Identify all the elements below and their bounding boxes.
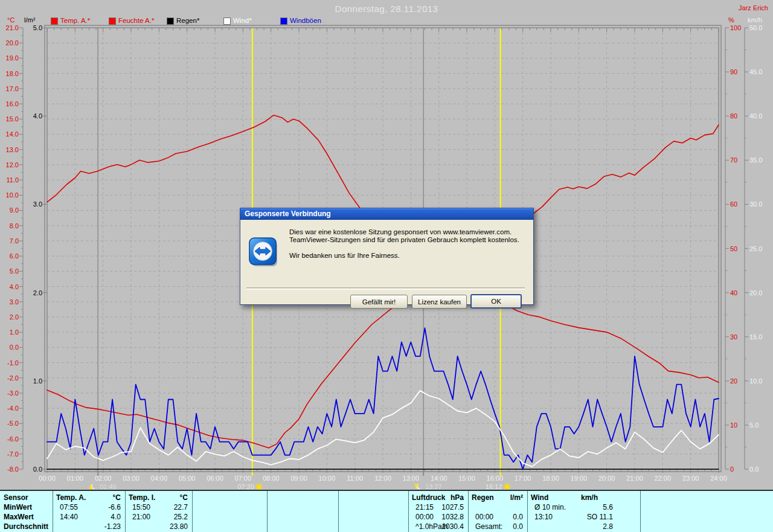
time-tick-label: 19:00 [571, 475, 588, 482]
sun-icon [508, 484, 510, 486]
time-tick-label: 11:00 [347, 475, 363, 482]
time-tick-label: 00:00 [39, 475, 56, 482]
time-tick-label: 23:00 [682, 475, 699, 482]
time-tick-label: 17:00 [515, 475, 531, 482]
temp-tick-label: -8.0 [7, 466, 19, 473]
legend-swatch [280, 18, 287, 25]
time-tick-label: 16:00 [487, 475, 504, 482]
time-tick-label: 24:00 [710, 475, 727, 482]
temp-tick-label: -6.0 [7, 435, 19, 443]
dialog-title: Gesponserte Verbindung [245, 210, 331, 218]
stats-value-cell: 2.8 [516, 522, 613, 531]
dialog-text-line: TeamViewer-Sitzungen sind für den privat… [289, 236, 519, 243]
legend-swatch [223, 18, 231, 25]
rain-tick-label: 3.0 [33, 200, 42, 208]
time-tick-label: 07:00 [235, 475, 252, 482]
temp-tick-label: -3.0 [7, 389, 19, 397]
weather-station-app: 21.020.019.018.017.016.015.014.013.012.0… [0, 0, 773, 532]
time-tick-label: 02:00 [95, 475, 112, 482]
time-tick-label: 10:00 [319, 475, 336, 482]
legend-label: Temp. A.* [60, 17, 90, 24]
humidity-tick-label: 40 [730, 289, 737, 296]
humidity-tick-label: 70 [730, 156, 737, 164]
time-tick-label: 03:00 [123, 475, 140, 482]
dialog-text-line: Dies war eine kostenlose Sitzung gespons… [289, 228, 512, 236]
page-title: Donnerstag, 28.11.2013 [0, 4, 773, 14]
stats-separator [338, 491, 339, 532]
temp-tick-label: 8.0 [10, 222, 19, 229]
stats-separator [640, 491, 641, 532]
humidity-tick-label: 50 [730, 245, 737, 252]
temp-tick-label: 13.0 [6, 146, 19, 153]
windspeed-tick-label: 0.0 [749, 466, 759, 473]
stats-value-cell: 22.7 [91, 503, 188, 511]
temp-tick-label: 3.0 [10, 298, 19, 306]
temp-tick-label: -1.0 [7, 359, 19, 367]
temp-tick-label: 6.0 [10, 252, 19, 260]
temp-tick-label: 18.0 [6, 70, 19, 77]
chart-legend: Temp. A.*Feuchte A.*Regen*Wind*Windböen [0, 17, 773, 27]
dialog-text-line: Wir bedanken uns für Ihre Fairness. [289, 252, 400, 259]
windspeed-tick-label: 35.0 [749, 156, 762, 164]
temp-tick-label: 7.0 [10, 237, 19, 245]
windspeed-tick-label: 45.0 [749, 68, 762, 75]
legend-label: Wind* [233, 17, 252, 24]
windspeed-tick-label: 15.0 [749, 333, 762, 341]
stats-group-unit: °C [91, 493, 188, 502]
stats-value-cell: 1027.5 [367, 503, 464, 511]
time-tick-label: 15:00 [458, 475, 475, 482]
temp-tick-label: 0.0 [10, 344, 19, 351]
time-tick-label: 14:00 [431, 475, 447, 482]
humidity-tick-label: 20 [730, 377, 737, 385]
buy-license-button[interactable]: Lizenz kaufen [412, 295, 467, 309]
teamviewer-dialog: Gesponserte Verbindung Dies war eine kos… [240, 208, 534, 305]
sun-icon [260, 484, 261, 486]
sun-icon [504, 484, 505, 486]
humidity-tick-label: 10 [730, 421, 737, 429]
windspeed-tick-label: 5.0 [749, 421, 759, 429]
temp-tick-label: 19.0 [6, 54, 19, 62]
time-tick-label: 12:00 [374, 475, 391, 482]
time-tick-label: 08:00 [263, 475, 280, 482]
temp-tick-label: 14.0 [6, 130, 19, 138]
teamviewer-icon [247, 236, 278, 268]
rain-tick-label: 2.0 [33, 289, 42, 296]
humidity-tick-label: 0 [730, 466, 734, 473]
windspeed-tick-label: 25.0 [749, 245, 762, 252]
stats-separator [192, 491, 193, 532]
dialog-titlebar[interactable]: Gesponserte Verbindung [240, 208, 533, 220]
ok-button[interactable]: OK [470, 294, 522, 309]
dialog-body: Dies war eine kostenlose Sitzung gespons… [240, 220, 533, 304]
windspeed-tick-label: 30.0 [749, 200, 762, 208]
temp-tick-label: 10.0 [6, 191, 19, 199]
user-name: Jarz Erich [739, 4, 768, 11]
time-tick-label: 13:00 [403, 475, 420, 482]
sun-icon [505, 485, 508, 489]
windspeed-tick-label: 10.0 [749, 377, 762, 385]
sun-icon [256, 484, 257, 486]
like-button[interactable]: Gefällt mir! [350, 295, 408, 309]
time-tick-label: 21:00 [626, 475, 643, 482]
temp-tick-label: 15.0 [6, 115, 19, 123]
moon-icon [92, 484, 97, 489]
temp-tick-label: 5.0 [10, 268, 19, 275]
stats-bar: SensorMinWertMaxWertDurchschnittTemp. A.… [0, 490, 773, 532]
windspeed-tick-label: 20.0 [749, 289, 762, 296]
sun-icon [257, 485, 261, 489]
humidity-tick-label: 80 [730, 112, 737, 120]
stats-value-cell: 5.6 [516, 503, 613, 511]
temp-tick-label: 12.0 [6, 161, 19, 168]
legend-swatch [167, 18, 174, 25]
legend-label: Feuchte A.* [118, 17, 154, 24]
stats-value-cell: 0.0 [426, 522, 523, 531]
time-tick-label: 22:00 [655, 475, 672, 482]
rain-tick-label: 1.0 [33, 377, 42, 385]
stats-value-cell: 0.0 [426, 513, 523, 521]
legend-swatch [51, 18, 58, 25]
humidity-tick-label: 90 [730, 68, 737, 75]
time-tick-label: 18:00 [542, 475, 559, 482]
time-tick-label: 04:00 [151, 475, 168, 482]
legend-swatch [109, 18, 116, 25]
temp-tick-label: -7.0 [7, 450, 19, 458]
temp-tick-label: -5.0 [7, 420, 19, 427]
